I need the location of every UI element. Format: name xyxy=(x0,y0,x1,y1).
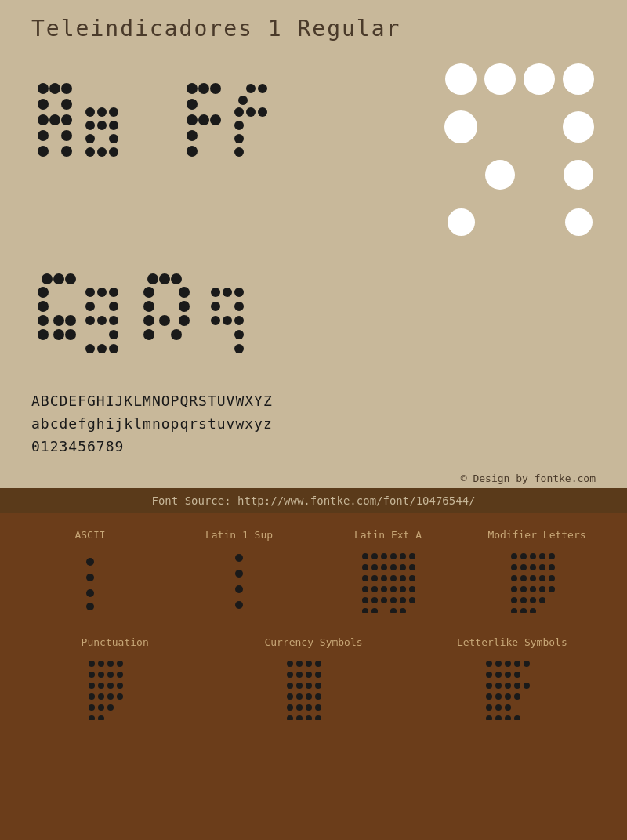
svg-point-48 xyxy=(65,315,76,326)
svg-point-27 xyxy=(187,114,198,125)
svg-point-196 xyxy=(287,715,293,720)
svg-point-223 xyxy=(505,715,511,720)
svg-point-192 xyxy=(287,704,293,711)
lowercase-alphabet: abcdefghijklmnopqrstuvwxyz xyxy=(31,415,596,432)
svg-point-224 xyxy=(514,715,520,720)
svg-point-35 xyxy=(234,107,244,117)
svg-point-20 xyxy=(85,147,95,157)
svg-point-122 xyxy=(400,597,406,603)
alphabet-section: ABCDEFGHIJKLMNOPQRSTUVWXYZ abcdefghijklm… xyxy=(0,385,627,469)
svg-point-215 xyxy=(495,693,502,700)
svg-point-81 xyxy=(211,316,220,325)
svg-point-112 xyxy=(362,586,368,592)
svg-point-206 xyxy=(495,672,502,678)
svg-point-146 xyxy=(539,586,545,592)
circle xyxy=(563,63,594,95)
svg-point-106 xyxy=(362,575,368,581)
svg-point-167 xyxy=(89,693,95,700)
svg-point-109 xyxy=(390,575,397,581)
svg-point-218 xyxy=(486,704,492,711)
svg-point-14 xyxy=(109,107,118,117)
svg-point-39 xyxy=(234,134,244,143)
svg-point-207 xyxy=(505,672,511,678)
letter-Ff-svg xyxy=(180,57,306,159)
svg-point-6 xyxy=(49,114,60,125)
svg-point-62 xyxy=(97,344,107,353)
glyph-punctuation-preview xyxy=(84,657,147,720)
svg-point-141 xyxy=(539,575,545,581)
svg-point-159 xyxy=(89,672,95,678)
svg-point-160 xyxy=(98,672,104,678)
glyph-letterlike-preview xyxy=(480,657,543,720)
svg-point-171 xyxy=(89,704,95,711)
svg-point-142 xyxy=(549,575,555,581)
letter-samples xyxy=(31,57,428,159)
svg-point-1 xyxy=(49,83,60,94)
svg-point-188 xyxy=(287,693,293,700)
svg-point-197 xyxy=(296,715,303,720)
svg-point-52 xyxy=(85,288,95,297)
svg-point-125 xyxy=(371,608,378,613)
svg-point-56 xyxy=(109,302,118,311)
svg-point-5 xyxy=(38,114,49,125)
svg-point-65 xyxy=(159,273,170,284)
svg-point-68 xyxy=(179,287,190,298)
svg-point-165 xyxy=(107,682,114,689)
svg-point-10 xyxy=(38,146,49,157)
svg-point-124 xyxy=(362,608,368,613)
svg-point-40 xyxy=(234,147,244,157)
letter-Aa-svg xyxy=(31,57,157,159)
svg-point-131 xyxy=(539,553,545,559)
glyph-modifier-letters: Modifier Letters xyxy=(470,529,603,613)
svg-point-66 xyxy=(171,273,182,284)
svg-point-153 xyxy=(520,608,527,613)
svg-point-177 xyxy=(296,661,303,667)
svg-point-71 xyxy=(143,315,154,326)
svg-point-38 xyxy=(234,121,244,130)
svg-point-75 xyxy=(171,329,182,340)
svg-point-110 xyxy=(400,575,406,581)
svg-point-15 xyxy=(85,121,95,130)
svg-point-23 xyxy=(187,83,198,94)
svg-point-126 xyxy=(390,608,397,613)
svg-point-37 xyxy=(258,107,267,117)
svg-point-98 xyxy=(400,553,406,559)
svg-point-47 xyxy=(53,315,64,326)
svg-point-120 xyxy=(381,597,387,603)
svg-point-102 xyxy=(381,564,387,570)
svg-point-217 xyxy=(514,693,520,700)
svg-point-88 xyxy=(86,589,94,597)
svg-point-222 xyxy=(495,715,502,720)
source-text: Font Source: http://www.fontke.com/font/… xyxy=(151,494,475,507)
circle xyxy=(448,208,475,236)
svg-point-183 xyxy=(315,672,321,678)
glyph-latin-ext-a: Latin Ext A xyxy=(321,529,455,613)
svg-point-28 xyxy=(198,114,209,125)
svg-point-214 xyxy=(486,693,492,700)
svg-point-186 xyxy=(306,682,312,689)
svg-point-18 xyxy=(85,134,95,143)
svg-point-86 xyxy=(86,558,94,566)
glyph-latin-ext-a-preview xyxy=(357,550,419,613)
glyph-punctuation: Punctuation xyxy=(24,636,206,720)
svg-point-185 xyxy=(296,682,303,689)
svg-point-57 xyxy=(85,316,95,325)
svg-point-147 xyxy=(549,586,555,592)
circle xyxy=(484,63,516,95)
svg-point-209 xyxy=(486,682,492,689)
svg-point-168 xyxy=(98,693,104,700)
svg-point-175 xyxy=(98,715,104,720)
svg-point-151 xyxy=(539,597,545,603)
circle xyxy=(445,63,477,95)
svg-point-150 xyxy=(530,597,536,603)
svg-point-115 xyxy=(390,586,397,592)
svg-point-63 xyxy=(109,344,118,353)
svg-point-46 xyxy=(38,315,49,326)
svg-point-114 xyxy=(381,586,387,592)
glyph-currency-preview xyxy=(282,657,345,720)
svg-point-149 xyxy=(520,597,527,603)
svg-point-87 xyxy=(86,574,94,581)
glyph-currency: Currency Symbols xyxy=(222,636,404,720)
svg-point-117 xyxy=(409,586,415,592)
svg-point-199 xyxy=(315,715,321,720)
